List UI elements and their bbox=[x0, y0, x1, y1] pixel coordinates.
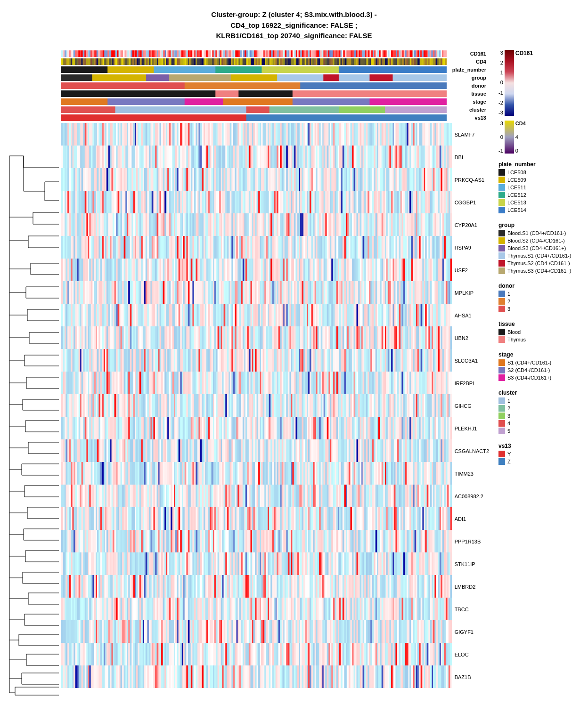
vs13-legend-title: vs13 bbox=[498, 443, 583, 449]
ann-label-donor: donor bbox=[447, 83, 489, 89]
legend-item: LCE509 bbox=[498, 177, 583, 183]
ann-label-tissue: tissue bbox=[447, 91, 489, 97]
legend-label: LCE514 bbox=[507, 207, 526, 213]
ann-label-plate: plate_number bbox=[447, 67, 489, 73]
legend-item: 3 bbox=[498, 306, 583, 312]
ann-row-plate: plate_number bbox=[61, 66, 489, 73]
legend-swatch bbox=[498, 207, 505, 213]
colorbar-label-3: 3 bbox=[498, 50, 503, 56]
gene-label: USF2 bbox=[455, 259, 489, 282]
legend-swatch bbox=[498, 458, 505, 465]
legend-label: Blood.S3 (CD4-/CD161+) bbox=[507, 245, 566, 251]
gene-label: AC008982.2 bbox=[455, 486, 489, 508]
legend-label: LCE513 bbox=[507, 200, 526, 205]
legend-label: Blood.S1 (CD4+/CD161-) bbox=[507, 230, 566, 236]
legend-item: S3 (CD4-/CD161+) bbox=[498, 374, 583, 381]
legend-label: LCE511 bbox=[507, 185, 526, 190]
ann-bar-tissue bbox=[61, 90, 447, 97]
cluster-legend-items: 12345 bbox=[498, 397, 583, 434]
legend-item: Blood bbox=[498, 329, 583, 335]
legend-item: LCE514 bbox=[498, 207, 583, 213]
ann-row-cd161: CD161 bbox=[61, 50, 489, 57]
ann-label-group: group bbox=[447, 75, 489, 81]
plate-legend: plate_number LCE508LCE509LCE511LCE512LCE… bbox=[498, 161, 583, 214]
legend-label: LCE512 bbox=[507, 192, 526, 198]
legend-item: S2 (CD4-/CD161-) bbox=[498, 367, 583, 373]
ann-label-cd161: CD161 bbox=[447, 51, 489, 57]
legend-item: Blood.S2 (CD4-/CD161-) bbox=[498, 237, 583, 244]
legend-item: LCE512 bbox=[498, 192, 583, 198]
vs13-legend-items: YZ bbox=[498, 451, 583, 465]
donor-legend-items: 123 bbox=[498, 291, 583, 312]
gene-label: CYP20A1 bbox=[455, 214, 489, 237]
legend-item: Thymus.S1 (CD4+/CD161-) bbox=[498, 252, 583, 259]
legend-swatch bbox=[498, 359, 505, 366]
annotation-rows: CD161 CD4 plate_number bbox=[61, 50, 489, 122]
colorbar-cd161-title: CD161 bbox=[515, 50, 533, 57]
legend-item: LCE513 bbox=[498, 199, 583, 206]
legend-label: 3 bbox=[507, 306, 510, 312]
ann-row-vs13: vs13 bbox=[61, 114, 489, 122]
gene-label: DBI bbox=[455, 146, 489, 169]
legend-swatch bbox=[498, 397, 505, 404]
gene-label: STK11IP bbox=[455, 553, 489, 576]
legend-label: Thymus.S1 (CD4+/CD161-) bbox=[507, 253, 571, 259]
ann-row-cluster: cluster bbox=[61, 106, 489, 113]
legend-label: LCE508 bbox=[507, 170, 526, 175]
tissue-legend-items: BloodThymus bbox=[498, 329, 583, 343]
ann-bar-group bbox=[61, 74, 447, 81]
tissue-legend: tissue BloodThymus bbox=[498, 321, 583, 344]
gene-label: TBCC bbox=[455, 599, 489, 621]
stage-legend-items: S1 (CD4+/CD161-)S2 (CD4-/CD161-)S3 (CD4-… bbox=[498, 359, 583, 381]
legend-label: 1 bbox=[507, 291, 510, 297]
ann-bar-cluster bbox=[61, 106, 447, 113]
legend-swatch bbox=[498, 260, 505, 267]
ann-label-stage: stage bbox=[447, 99, 489, 105]
legend-item: S1 (CD4+/CD161-) bbox=[498, 359, 583, 366]
legend-swatch bbox=[498, 291, 505, 297]
donor-legend-title: donor bbox=[498, 283, 583, 289]
legend-swatch bbox=[498, 184, 505, 191]
legend-item: 2 bbox=[498, 298, 583, 305]
dendrogram bbox=[5, 50, 61, 702]
heatmap-grid bbox=[61, 123, 452, 689]
legend-item: Y bbox=[498, 451, 583, 457]
chart-title: Cluster-group: Z (cluster 4; S3.mix.with… bbox=[211, 9, 377, 41]
ann-bar-donor bbox=[61, 82, 447, 89]
legend-label: Thymus.S3 (CD4-/CD161+) bbox=[507, 268, 571, 274]
chart-area: CD161 CD4 plate_number bbox=[5, 50, 583, 702]
legend-item: 3 bbox=[498, 413, 583, 419]
cd4-label-0: 0 bbox=[498, 134, 503, 140]
gene-label: CGGBP1 bbox=[455, 192, 489, 214]
legend-item: 5 bbox=[498, 428, 583, 434]
legend-item: Thymus.S3 (CD4-/CD161+) bbox=[498, 267, 583, 274]
group-legend-items: Blood.S1 (CD4+/CD161-)Blood.S2 (CD4-/CD1… bbox=[498, 230, 583, 274]
gene-label: GIHCG bbox=[455, 395, 489, 418]
legend-label: 2 bbox=[507, 299, 510, 304]
legend-item: 1 bbox=[498, 291, 583, 297]
heatmap-main: SLAMF7DBIPRKCQ-AS1CGGBP1CYP20A1HSPA9USF2… bbox=[61, 123, 489, 689]
legend-swatch bbox=[498, 177, 505, 183]
gene-label: PLEKHJ1 bbox=[455, 418, 489, 440]
heatmap-section: CD161 CD4 plate_number bbox=[61, 50, 489, 689]
gene-label: LMBRD2 bbox=[455, 576, 489, 599]
legend-label: 4 bbox=[507, 421, 510, 426]
gene-label: ADI1 bbox=[455, 508, 489, 531]
legend-label: LCE509 bbox=[507, 177, 526, 183]
vs13-legend: vs13 YZ bbox=[498, 443, 583, 466]
legend-swatch bbox=[498, 420, 505, 427]
legend-swatch bbox=[498, 199, 505, 206]
legend-swatch bbox=[498, 192, 505, 198]
legend-item: Blood.S3 (CD4-/CD161+) bbox=[498, 245, 583, 251]
legend-label: S1 (CD4+/CD161-) bbox=[507, 360, 551, 365]
colorbar-label-1: 1 bbox=[498, 70, 503, 75]
legend-item: 4 bbox=[498, 420, 583, 427]
ann-label-cd4: CD4 bbox=[447, 59, 489, 65]
ann-row-tissue: tissue bbox=[61, 90, 489, 97]
group-legend-title: group bbox=[498, 222, 583, 228]
gene-label: AHSA1 bbox=[455, 305, 489, 327]
legend-label: 2 bbox=[507, 405, 510, 411]
cluster-legend: cluster 12345 bbox=[498, 389, 583, 435]
legend-label: Thymus.S2 (CD4-/CD161-) bbox=[507, 260, 570, 266]
legend-label: 3 bbox=[507, 413, 510, 419]
